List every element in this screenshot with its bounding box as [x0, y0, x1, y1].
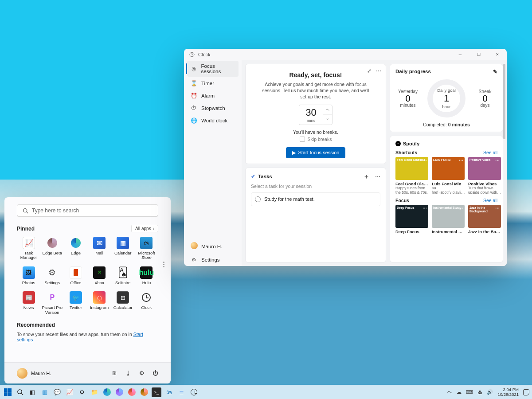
- user-chip[interactable]: Mauro H.: [17, 368, 51, 379]
- system-tray: ヘ ☁ ⌨ 🖧 🔊 2:04 PM 10/28/2021: [447, 387, 529, 397]
- app-edge-beta[interactable]: Edge Beta: [40, 236, 64, 261]
- duration-down-button[interactable]: ﹀: [323, 115, 332, 125]
- duration-up-button[interactable]: ヘ: [323, 105, 332, 115]
- start-focus-button[interactable]: ▶ Start focus session: [286, 147, 346, 158]
- app-edge[interactable]: Edge: [64, 236, 87, 261]
- onedrive-icon[interactable]: ☁: [457, 389, 462, 395]
- task-radio-icon[interactable]: [255, 196, 261, 202]
- explorer-icon[interactable]: 📁: [90, 387, 99, 397]
- see-all-link[interactable]: See all: [483, 150, 497, 155]
- tb-edge-icon[interactable]: [102, 387, 112, 397]
- add-task-button[interactable]: ＋: [363, 172, 370, 181]
- network-icon[interactable]: 🖧: [477, 390, 482, 395]
- playlist-thumb: Instrumental Study⋯: [432, 205, 465, 228]
- minimize-button[interactable]: ─: [453, 50, 468, 59]
- app-clock[interactable]: Clock: [135, 290, 158, 316]
- tile-more-icon[interactable]: ⋯: [422, 158, 427, 163]
- titlebar[interactable]: Clock ─ ☐ ✕: [184, 49, 507, 60]
- playlist-tile[interactable]: Deep Focus⋯Deep Focus: [395, 205, 428, 234]
- playlist-tile[interactable]: Instrumental Study⋯Instrumental Study: [432, 205, 465, 234]
- sidebar-user[interactable]: Mauro H.: [187, 239, 239, 253]
- close-button[interactable]: ✕: [490, 50, 505, 59]
- task-view-icon[interactable]: ◧: [27, 387, 37, 397]
- edge-dev-icon[interactable]: [114, 387, 124, 397]
- app-task-manager[interactable]: Task Manager: [17, 236, 40, 261]
- tb-clock-icon[interactable]: [189, 387, 199, 397]
- edit-icon[interactable]: ✎: [493, 69, 497, 75]
- tile-more-icon[interactable]: ⋯: [495, 158, 500, 163]
- app-instagram[interactable]: Instagram: [88, 290, 111, 316]
- pinned-grid: Task Manager Edge Beta Edge Mail Calenda…: [17, 236, 158, 316]
- playlist-tile[interactable]: Jazz in the Background⋯Jazz in the Backg…: [468, 205, 501, 234]
- nav-world-clock[interactable]: 🌐World clock: [187, 115, 239, 126]
- skip-breaks-checkbox[interactable]: Skip breaks: [251, 137, 380, 142]
- app-photos[interactable]: Photos: [17, 266, 40, 286]
- tile-more-icon[interactable]: ⋯: [459, 206, 463, 211]
- edge-canary-icon[interactable]: [127, 387, 137, 397]
- nav-alarm[interactable]: ⏰Alarm: [187, 90, 239, 102]
- app-twitter[interactable]: Twitter: [64, 290, 87, 316]
- see-all-link[interactable]: See all: [483, 198, 497, 203]
- edge-icon: [70, 237, 82, 249]
- chrome-icon[interactable]: [139, 387, 149, 397]
- tb-settings-icon[interactable]: ⚙: [77, 387, 87, 397]
- more-icon[interactable]: ⋯: [376, 68, 381, 74]
- app-settings[interactable]: Settings: [40, 266, 64, 286]
- taskbar-search-icon[interactable]: [15, 387, 25, 397]
- tray-chevron-icon[interactable]: ヘ: [447, 389, 452, 395]
- app-calendar[interactable]: Calendar: [111, 236, 135, 261]
- focus-tiles: Deep Focus⋯Deep FocusInstrumental Study⋯…: [395, 205, 497, 234]
- tb-store-icon[interactable]: 🛍: [164, 387, 174, 397]
- nav-focus-sessions[interactable]: ◎Focus sessions: [187, 61, 239, 77]
- terminal-icon[interactable]: >_: [152, 387, 161, 397]
- tasks-more-icon[interactable]: ⋯: [375, 173, 380, 180]
- goal-ring: Daily goal 1 hour: [427, 79, 466, 117]
- tile-more-icon[interactable]: ⋯: [459, 158, 463, 163]
- app-news[interactable]: News: [17, 290, 40, 316]
- app-xbox[interactable]: Xbox: [88, 266, 111, 286]
- app-hulu[interactable]: Hulu: [135, 266, 158, 286]
- widgets-icon[interactable]: ▥: [40, 387, 50, 397]
- expand-icon[interactable]: ⤢: [367, 68, 372, 74]
- settings-shortcut-icon[interactable]: ⚙: [139, 370, 145, 376]
- app-store[interactable]: Microsoft Store: [135, 236, 158, 261]
- page-dots[interactable]: [163, 262, 164, 267]
- app-mail[interactable]: Mail: [88, 236, 111, 261]
- notepad-icon[interactable]: ≣: [176, 387, 186, 397]
- tile-more-icon[interactable]: ⋯: [495, 206, 500, 211]
- downloads-icon[interactable]: ⭳: [125, 370, 131, 376]
- keyboard-icon[interactable]: ⌨: [466, 389, 473, 395]
- chat-icon[interactable]: 💬: [52, 387, 62, 397]
- search-input[interactable]: Type here to search: [17, 204, 158, 217]
- spotify-more-icon[interactable]: ⋯: [493, 141, 497, 146]
- sidebar-settings[interactable]: ⚙Settings: [187, 254, 239, 266]
- stopwatch-icon: ⏱: [191, 105, 197, 111]
- playlist-tile[interactable]: Positive Vibes⋯Positive VibesTurn that f…: [468, 157, 501, 194]
- playlist-sub: Turn that frown upside down with…: [468, 186, 501, 194]
- notifications-icon[interactable]: [523, 389, 529, 395]
- nav-timer[interactable]: ⌛Timer: [187, 78, 239, 89]
- power-icon[interactable]: ⏻: [153, 370, 158, 376]
- task-item[interactable]: Study for the math test.: [251, 192, 380, 206]
- todo-icon: ✔: [251, 173, 255, 180]
- tb-task-manager-icon[interactable]: 📈: [65, 387, 74, 397]
- documents-icon[interactable]: 🗎: [112, 370, 117, 376]
- playlist-tile[interactable]: Feel Good Classics⋯Feel Good ClassicsHap…: [395, 157, 428, 194]
- nav-stopwatch[interactable]: ⏱Stopwatch: [187, 102, 239, 114]
- scrollbar[interactable]: [503, 64, 505, 262]
- taskbar-clock[interactable]: 2:04 PM 10/28/2021: [497, 387, 519, 397]
- all-apps-button[interactable]: All apps ›: [131, 225, 158, 232]
- clock-window: Clock ─ ☐ ✕ ◎Focus sessions ⌛Timer ⏰Alar…: [184, 49, 507, 266]
- maximize-button[interactable]: ☐: [471, 50, 486, 59]
- app-office[interactable]: Office: [64, 266, 87, 286]
- app-solitaire[interactable]: Solitaire: [111, 266, 135, 286]
- app-picsart[interactable]: Picsart Pro Version: [40, 290, 64, 316]
- playlist-name: Luis Fonsi Mix: [432, 181, 465, 186]
- tile-more-icon[interactable]: ⋯: [422, 206, 427, 211]
- app-calculator[interactable]: Calculator: [111, 290, 135, 316]
- duration-value[interactable]: 30 mins: [299, 105, 322, 125]
- start-button[interactable]: [3, 387, 12, 397]
- playlist-tile[interactable]: LUIS FONSI⋯Luis Fonsi Mix<a href=spotify…: [432, 157, 465, 194]
- volume-icon[interactable]: 🔊: [487, 389, 493, 395]
- scroll-thumb[interactable]: [503, 64, 505, 139]
